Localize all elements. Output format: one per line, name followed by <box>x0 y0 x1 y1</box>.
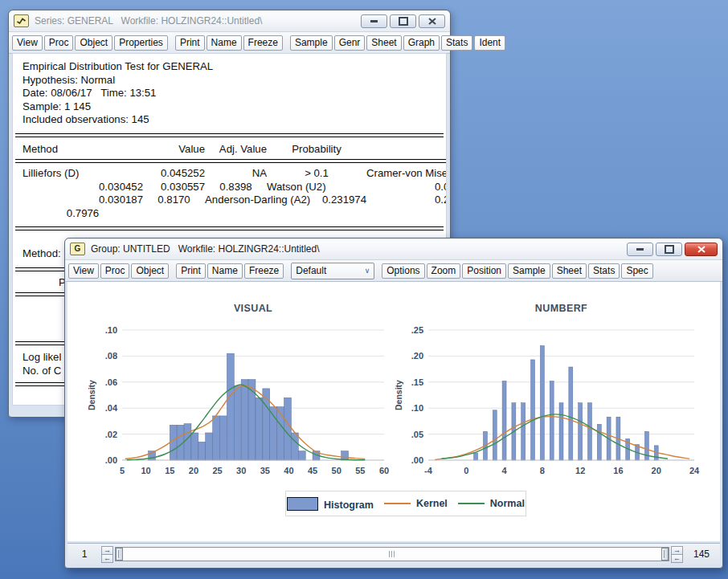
series-window-titlebar[interactable]: Series: GENERAL Workfile: HOLZINGR24::Un… <box>9 10 450 32</box>
histogram-swatch-icon <box>287 497 318 511</box>
legend-label: Normal <box>490 498 525 509</box>
minimize-icon <box>636 248 644 251</box>
series-toolbar: ViewProcObjectPropertiesPrintNameFreezeS… <box>9 32 450 54</box>
slider-right-handle[interactable] <box>661 548 669 561</box>
table-header-cell: Value <box>143 143 205 157</box>
arrow-left-icon[interactable]: ← <box>671 555 683 563</box>
toolbar-button-sheet[interactable]: Sheet <box>552 263 587 279</box>
toolbar-button-zoom[interactable]: Zoom <box>427 263 461 279</box>
toolbar-button-print[interactable]: Print <box>176 263 206 279</box>
legend-item-histogram: Histogram <box>287 497 374 511</box>
chart-legend: HistogramKernelNormal <box>285 491 526 516</box>
kernel-line-icon <box>384 503 411 504</box>
group-window-titlebar[interactable]: G Group: UNTITLED Workfile: HOLZINGR24::… <box>65 239 722 260</box>
report-date: Date: 08/06/17 Time: 13:51 <box>22 87 436 100</box>
edf-results-table: MethodValueAdj. ValueProbabilityLilliefo… <box>22 143 436 221</box>
sample-range-bar: 1 → ← → ← 145 <box>67 543 720 565</box>
restore-icon <box>665 245 674 254</box>
toolbar-button-proc[interactable]: Proc <box>100 263 130 279</box>
toolbar-button-view[interactable]: View <box>12 35 43 51</box>
svg-text:.06: .06 <box>105 377 117 387</box>
report-sample: Sample: 1 145 <box>22 100 436 114</box>
group-window-controls <box>627 243 718 256</box>
minimize-icon <box>370 20 378 22</box>
svg-text:8: 8 <box>540 466 545 475</box>
close-button[interactable] <box>419 14 445 28</box>
svg-text:.05: .05 <box>411 430 423 439</box>
separator-line <box>15 133 444 137</box>
toolbar-button-proc[interactable]: Proc <box>44 35 74 51</box>
table-cell: 0.030557 <box>143 181 205 194</box>
svg-text:10: 10 <box>141 466 151 475</box>
table-cell: > 0.1 <box>267 167 366 181</box>
close-button[interactable] <box>685 243 718 256</box>
graph-type-dropdown[interactable]: Default ∨ <box>291 263 374 279</box>
toolbar-button-name[interactable]: Name <box>207 263 243 279</box>
close-icon <box>428 18 436 25</box>
svg-text:45: 45 <box>308 466 317 475</box>
toolbar-button-stats[interactable]: Stats <box>588 263 620 279</box>
table-cell: Watson (U2) <box>267 181 366 194</box>
table-cell: 0.8398 <box>205 181 267 194</box>
table-header-cell: Adj. Value <box>205 143 267 157</box>
legend-item-normal: Normal <box>458 498 525 509</box>
report-title: Empirical Distribution Test for GENERAL <box>22 60 436 74</box>
series-window-title: Series: GENERAL Workfile: HOLZINGR24::Un… <box>35 15 355 27</box>
toolbar-button-position[interactable]: Position <box>462 263 506 279</box>
table-header-cell: Method <box>22 143 143 157</box>
legend-item-kernel: Kernel <box>384 498 448 509</box>
visual-histogram-chart: .00.02.04.06.08.105101520253035404550556… <box>82 319 397 483</box>
toolbar-button-sheet[interactable]: Sheet <box>366 35 401 51</box>
desktop: { "series_window": { "title": "Series: G… <box>0 0 728 579</box>
table-cell: 0.233198 <box>366 194 447 207</box>
group-toolbar: ViewProcObjectPrintNameFreeze Default ∨ … <box>65 260 722 282</box>
toolbar-button-object[interactable]: Object <box>75 35 112 51</box>
toolbar-button-sample[interactable]: Sample <box>290 35 333 51</box>
table-cell: 0.030083 <box>366 181 447 194</box>
arrow-left-icon[interactable]: ← <box>101 555 113 563</box>
toolbar-button-genr[interactable]: Genr <box>334 35 366 51</box>
slider-center-grip[interactable] <box>389 551 395 557</box>
chevron-down-icon: ∨ <box>365 267 370 275</box>
svg-text:4: 4 <box>502 466 508 475</box>
toolbar-button-graph[interactable]: Graph <box>403 35 440 51</box>
toolbar-button-ident[interactable]: Ident <box>474 35 505 51</box>
toolbar-button-name[interactable]: Name <box>207 35 242 51</box>
group-icon-letter: G <box>75 245 81 253</box>
svg-text:.04: .04 <box>105 403 118 413</box>
svg-text:30: 30 <box>236 466 246 475</box>
restore-button[interactable] <box>390 14 416 28</box>
toolbar-button-spec[interactable]: Spec <box>621 263 652 279</box>
svg-text:20: 20 <box>189 466 198 475</box>
table-cell: 0.8170 <box>143 194 205 207</box>
table-cell: Lilliefors (D) <box>22 167 143 181</box>
table-cell: 0.7976 <box>22 207 143 221</box>
svg-text:.00: .00 <box>411 455 423 465</box>
table-cell: 0.030452 <box>22 181 143 194</box>
toolbar-button-stats[interactable]: Stats <box>441 35 472 51</box>
slider-left-handle[interactable] <box>116 548 123 561</box>
toolbar-button-freeze[interactable]: Freeze <box>244 263 284 279</box>
svg-text:.02: .02 <box>105 430 117 439</box>
svg-text:-4: -4 <box>424 466 433 475</box>
toolbar-button-freeze[interactable]: Freeze <box>243 35 283 51</box>
close-icon <box>697 246 706 253</box>
svg-text:12: 12 <box>575 466 585 475</box>
sample-range-slider[interactable] <box>115 547 669 561</box>
toolbar-button-sample[interactable]: Sample <box>508 263 550 279</box>
minimize-button[interactable] <box>627 243 653 256</box>
sample-start-label: 1 <box>67 548 101 560</box>
toolbar-button-view[interactable]: View <box>68 263 99 279</box>
separator-line <box>15 226 444 230</box>
toolbar-button-object[interactable]: Object <box>131 263 169 279</box>
table-cell: NA <box>205 167 267 181</box>
toolbar-button-properties[interactable]: Properties <box>114 35 168 51</box>
minimize-button[interactable] <box>361 14 387 28</box>
toolbar-button-options[interactable]: Options <box>382 263 424 279</box>
group-icon: G <box>70 243 85 255</box>
table-cell: Cramer-von Mises (W2) <box>366 167 447 181</box>
toolbar-button-print[interactable]: Print <box>175 35 205 51</box>
restore-button[interactable] <box>656 243 682 256</box>
report-hypothesis: Hypothesis: Normal <box>22 74 436 88</box>
legend-label: Kernel <box>416 498 448 509</box>
